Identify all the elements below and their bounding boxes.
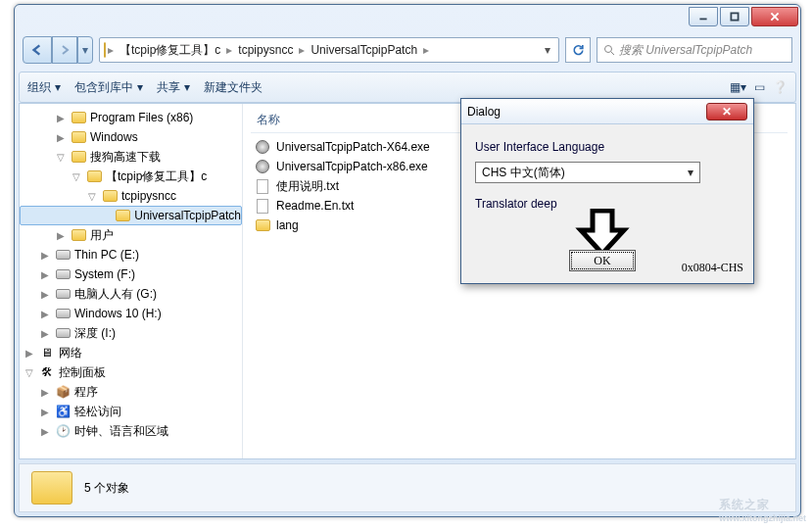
tree-item[interactable]: ▶Windows xyxy=(20,127,242,147)
include-button[interactable]: 包含到库中▾ xyxy=(74,79,143,96)
refresh-button[interactable] xyxy=(565,37,591,63)
address-bar[interactable]: ▸ 【tcpip修复工具】c ▸ tcpipysncc ▸ UniversalT… xyxy=(99,37,559,63)
tree-twisty[interactable]: ▶ xyxy=(39,328,51,339)
nav-tree[interactable]: ▶Program Files (x86)▶Windows▽搜狗高速下载▽【tcp… xyxy=(20,104,243,458)
locale-code: 0x0804-CHS xyxy=(682,261,743,275)
folder-icon xyxy=(71,227,86,243)
status-bar: 5 个对象 xyxy=(19,463,796,512)
dialog-close-button[interactable]: ✕ xyxy=(706,103,747,120)
language-label: User Interface Language xyxy=(475,140,740,154)
dialog-title: Dialog xyxy=(467,105,501,119)
clock-icon: 🕑 xyxy=(55,423,71,439)
tree-twisty[interactable]: ▽ xyxy=(71,171,82,182)
tree-twisty[interactable]: ▶ xyxy=(24,348,35,359)
exe-icon xyxy=(255,159,270,174)
tree-label: Windows 10 (H:) xyxy=(74,307,162,320)
preview-button[interactable]: ▭ xyxy=(754,80,765,94)
tree-item[interactable]: ▶System (F:) xyxy=(20,264,242,284)
drive-icon xyxy=(55,266,71,282)
drive-icon xyxy=(55,286,71,302)
tree-item[interactable]: ▶Windows 10 (H:) xyxy=(20,304,242,323)
tree-item[interactable]: ▶📦程序 xyxy=(20,382,242,402)
tree-twisty[interactable]: ▶ xyxy=(39,269,51,280)
tree-item[interactable]: ▶用户 xyxy=(20,225,242,245)
minimize-button[interactable] xyxy=(689,7,718,26)
forward-button[interactable] xyxy=(52,36,77,64)
tree-item[interactable]: ▶♿轻松访问 xyxy=(20,402,242,421)
file-name: UniversalTcpipPatch-X64.exe xyxy=(276,140,430,154)
folder-icon xyxy=(71,110,86,125)
tree-label: 电脑人人有 (G:) xyxy=(74,286,157,303)
breadcrumb-sep: ▸ xyxy=(297,43,307,57)
address-dropdown[interactable]: ▾ xyxy=(541,43,554,57)
tree-twisty[interactable]: ▽ xyxy=(86,191,98,202)
tree-label: 程序 xyxy=(74,384,98,401)
ease-icon: ♿ xyxy=(55,404,71,419)
breadcrumb-item[interactable]: UniversalTcpipPatch xyxy=(307,41,421,59)
breadcrumb-item[interactable]: tcpipysncc xyxy=(234,41,297,59)
maximize-button[interactable] xyxy=(720,7,749,26)
tree-item[interactable]: ▽tcpipysncc xyxy=(20,186,242,206)
back-button[interactable] xyxy=(23,36,52,64)
tree-item[interactable]: ▽🛠控制面板 xyxy=(20,362,242,382)
tree-label: tcpipysncc xyxy=(121,189,176,203)
language-combobox[interactable]: CHS 中文(简体) ▾ xyxy=(475,162,700,183)
tree-label: Thin PC (E:) xyxy=(74,248,139,262)
close-button[interactable] xyxy=(751,7,798,26)
txt-icon xyxy=(255,178,270,194)
folder-big-icon xyxy=(31,471,72,505)
status-text: 5 个对象 xyxy=(84,480,129,497)
tree-label: System (F:) xyxy=(74,267,135,281)
tree-twisty[interactable]: ▶ xyxy=(55,113,67,123)
tree-label: 搜狗高速下载 xyxy=(90,149,161,166)
ok-button[interactable]: OK xyxy=(569,250,636,271)
tree-twisty[interactable]: ▶ xyxy=(39,426,51,437)
tree-twisty[interactable]: ▽ xyxy=(55,152,67,163)
tree-item[interactable]: ▶Program Files (x86) xyxy=(20,108,242,127)
folder-icon xyxy=(71,129,86,145)
breadcrumb-item[interactable]: 【tcpip修复工具】c xyxy=(116,40,224,61)
tree-label: Windows xyxy=(90,130,138,144)
combobox-value: CHS 中文(简体) xyxy=(482,165,688,181)
search-input[interactable]: 搜索 UniversalTcpipPatch xyxy=(597,37,792,63)
tree-label: UniversalTcpipPatch xyxy=(134,209,241,222)
search-placeholder: 搜索 UniversalTcpipPatch xyxy=(619,42,752,59)
svg-line-5 xyxy=(611,52,614,55)
tree-item[interactable]: ▶深度 (I:) xyxy=(20,323,242,343)
tree-twisty[interactable]: ▶ xyxy=(39,309,51,319)
folder-icon xyxy=(255,217,270,233)
breadcrumb-sep: ▸ xyxy=(224,43,234,57)
tree-twisty[interactable]: ▶ xyxy=(39,387,51,398)
tree-item[interactable]: ▽【tcpip修复工具】c xyxy=(20,167,242,186)
tree-item[interactable]: ▶🕑时钟、语言和区域 xyxy=(20,421,242,441)
tree-item[interactable]: UniversalTcpipPatch xyxy=(20,206,242,225)
tree-twisty[interactable]: ▶ xyxy=(39,289,51,300)
view-button[interactable]: ▦▾ xyxy=(730,80,746,94)
tree-item[interactable]: ▶🖥网络 xyxy=(20,343,242,362)
tree-item[interactable]: ▶Thin PC (E:) xyxy=(20,245,242,264)
help-button[interactable]: ❔ xyxy=(773,80,788,94)
svg-point-4 xyxy=(605,46,612,53)
file-name: lang xyxy=(276,218,299,232)
tree-label: 控制面板 xyxy=(59,364,106,381)
nav-history-dropdown[interactable]: ▾ xyxy=(77,36,93,64)
share-button[interactable]: 共享▾ xyxy=(157,79,190,96)
nav-buttons: ▾ xyxy=(23,36,93,64)
tree-twisty[interactable]: ▶ xyxy=(39,250,51,261)
tree-item[interactable]: ▶电脑人人有 (G:) xyxy=(20,284,242,304)
breadcrumb-sep: ▸ xyxy=(421,43,431,57)
tree-label: 用户 xyxy=(90,227,114,244)
tree-twisty[interactable]: ▶ xyxy=(39,407,51,417)
tree-twisty[interactable]: ▽ xyxy=(24,367,35,378)
newfolder-button[interactable]: 新建文件夹 xyxy=(204,79,263,96)
titlebar xyxy=(15,5,800,34)
chevron-down-icon: ▾ xyxy=(688,166,693,179)
tree-twisty[interactable]: ▶ xyxy=(55,132,67,143)
tree-twisty[interactable]: ▶ xyxy=(55,230,67,241)
organize-button[interactable]: 组织▾ xyxy=(27,79,61,96)
tree-label: 网络 xyxy=(59,345,82,361)
breadcrumb-sep: ▸ xyxy=(106,43,116,57)
tree-label: 【tcpip修复工具】c xyxy=(106,168,207,185)
tree-item[interactable]: ▽搜狗高速下载 xyxy=(20,147,242,167)
language-dialog: Dialog ✕ User Interface Language CHS 中文(… xyxy=(460,98,754,284)
